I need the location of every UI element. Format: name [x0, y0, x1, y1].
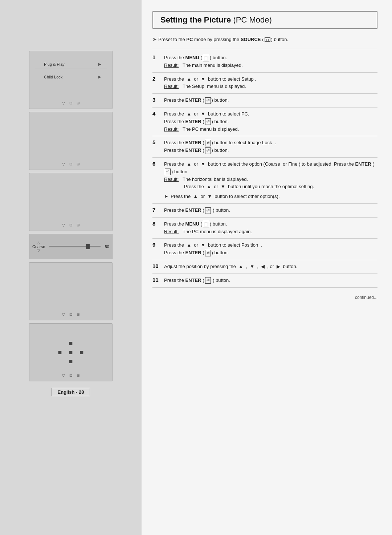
coarse-value: 50	[105, 244, 109, 249]
coarse-label-group: △ Coarse ▽	[32, 241, 45, 252]
down-icon-5: ▽	[62, 312, 65, 316]
step-8-result-label: Result:	[164, 229, 179, 234]
step-9-number: 9	[152, 242, 160, 257]
pos-up-icon: ■	[69, 340, 73, 347]
pos-down-icon: ■	[69, 358, 73, 365]
step-1-result-label: Result:	[164, 62, 179, 68]
step-6-content: Press the ▲ or ▼ button to select the op…	[164, 161, 377, 200]
step-1-number: 1	[152, 54, 160, 69]
arrow-symbol: ➤	[152, 36, 157, 42]
step-11: 11 Press the ENTER (⏎ ) button.	[152, 274, 377, 288]
enter-icon-5: ⊡	[69, 312, 72, 316]
top-divider	[152, 49, 377, 49]
plug-play-arrow: ▶	[98, 62, 101, 66]
continued-text: continued...	[152, 295, 377, 300]
screen-1-bottom-icons: ▽ ⊡ ⊞	[62, 101, 79, 105]
step-2-result-label: Result:	[164, 84, 179, 89]
step-6-result-label: Result:	[164, 177, 179, 182]
step-5: 5 Press the ENTER (⏎) button to select I…	[152, 136, 377, 158]
step-7-content: Press the ENTER (⏎ ) button.	[164, 207, 377, 214]
step-1: 1 Press the MENU (☰) button. Result: The…	[152, 51, 377, 73]
coarse-slider-box: △ Coarse ▽ 50	[29, 234, 113, 259]
down-icon: ▽	[62, 101, 65, 105]
step-8: 8 Press the MENU (☰) button. Result: The…	[152, 218, 377, 239]
enter-icon-6: ⊡	[69, 373, 72, 377]
step-4: 4 Press the ▲ or ▼ button to select PC. …	[152, 108, 377, 136]
pos-center-icon: ■	[69, 349, 73, 356]
step-6-number: 6	[152, 161, 160, 200]
enter-icon-2: ⊡	[69, 162, 72, 166]
step-2: 2 Press the ▲ or ▼ button to select Setu…	[152, 73, 377, 94]
menu-icon-5: ⊞	[77, 312, 79, 316]
plug-play-text: Plug & Play	[44, 62, 65, 66]
step-11-content: Press the ENTER (⏎ ) button.	[164, 277, 377, 284]
preset-note: ➤ Preset to the PC mode by pressing the …	[152, 36, 377, 42]
coarse-track	[49, 246, 100, 247]
screen-2-bottom-icons: ▽ ⊡ ⊞	[62, 162, 79, 166]
coarse-thumb	[86, 244, 90, 249]
step-4-content: Press the ▲ or ▼ button to select PC. Pr…	[164, 110, 377, 133]
screen-3: ▽ ⊡ ⊞	[29, 173, 113, 231]
page-title: Setting the Picture (PC Mode)	[160, 15, 272, 24]
screen-2: ▽ ⊡ ⊞	[29, 112, 113, 170]
step-7: 7 Press the ENTER (⏎ ) button.	[152, 204, 377, 218]
step-11-number: 11	[152, 277, 160, 284]
screen-1: Plug & Play ▶ Child Lock ▶ ▽ ⊡ ⊞	[29, 51, 113, 109]
screen-5-bottom-icons: ▽ ⊡ ⊞	[62, 312, 79, 316]
step-3-content: Press the ENTER (⏎) button.	[164, 97, 377, 104]
step-5-number: 5	[152, 139, 160, 154]
down-icon-3: ▽	[62, 223, 65, 227]
menu-icon-3: ⊞	[77, 223, 79, 227]
preset-text: Preset to the PC mode by pressing the SO…	[158, 37, 288, 42]
child-lock-arrow: ▶	[98, 75, 101, 79]
screen-3-bottom-icons: ▽ ⊡ ⊞	[62, 223, 79, 227]
footer-language: English - 28	[52, 388, 90, 396]
step-7-number: 7	[152, 207, 160, 214]
step-2-content: Press the ▲ or ▼ button to select Setup …	[164, 76, 377, 91]
enter-icon: ⊡	[69, 101, 72, 105]
screen-5: ▽ ⊡ ⊞	[29, 262, 113, 320]
page-title-bold: Setting the Picture	[160, 15, 231, 24]
down-icon-6: ▽	[62, 373, 65, 377]
step-10-number: 10	[152, 263, 160, 271]
left-panel: Plug & Play ▶ Child Lock ▶ ▽ ⊡ ⊞ ▽ ⊡ ⊞ ▽…	[0, 0, 142, 535]
step-1-content: Press the MENU (☰) button. Result: The m…	[164, 54, 377, 69]
coarse-down-arrow: ▽	[37, 249, 40, 252]
step-2-number: 2	[152, 76, 160, 91]
enter-icon-3: ⊡	[69, 223, 72, 227]
step-4-result-label: Result:	[164, 126, 179, 132]
step-6: 6 Press the ▲ or ▼ button to select the …	[152, 158, 377, 204]
step-4-number: 4	[152, 110, 160, 133]
step-9: 9 Press the ▲ or ▼ button to select Posi…	[152, 239, 377, 260]
page-title-sub: (PC Mode)	[231, 15, 271, 24]
menu-icon: ⊞	[77, 101, 79, 105]
down-icon-2: ▽	[62, 162, 65, 166]
pos-left-icon: ■	[58, 349, 62, 356]
page: Plug & Play ▶ Child Lock ▶ ▽ ⊡ ⊞ ▽ ⊡ ⊞ ▽…	[0, 0, 392, 535]
menu-icon-6: ⊞	[77, 373, 79, 377]
step-3-number: 3	[152, 97, 160, 104]
screen-6-bottom-icons: ▽ ⊡ ⊞	[62, 373, 79, 377]
step-9-content: Press the ▲ or ▼ button to select Positi…	[164, 242, 377, 257]
pos-right-icon: ■	[80, 349, 84, 356]
step-10-content: Adjust the position by pressing the ▲ , …	[164, 263, 377, 271]
child-lock-text: Child Lock	[44, 75, 62, 79]
position-arrows: ■ ■ ■ ■ ■	[69, 349, 73, 356]
step-3: 3 Press the ENTER (⏎) button.	[152, 94, 377, 108]
page-title-box: Setting the Picture (PC Mode)	[152, 11, 377, 29]
step-10: 10 Adjust the position by pressing the ▲…	[152, 260, 377, 274]
menu-icon-2: ⊞	[77, 162, 79, 166]
coarse-up-arrow: △	[37, 241, 40, 244]
step-8-content: Press the MENU (☰) button. Result: The P…	[164, 220, 377, 236]
right-panel: Setting the Picture (PC Mode) ➤ Preset t…	[142, 0, 392, 535]
step-5-content: Press the ENTER (⏎) button to select Ima…	[164, 139, 377, 154]
step-8-number: 8	[152, 220, 160, 236]
screen-6: ■ ■ ■ ■ ■ ▽ ⊡ ⊞	[29, 323, 113, 381]
coarse-text: Coarse	[32, 244, 45, 249]
